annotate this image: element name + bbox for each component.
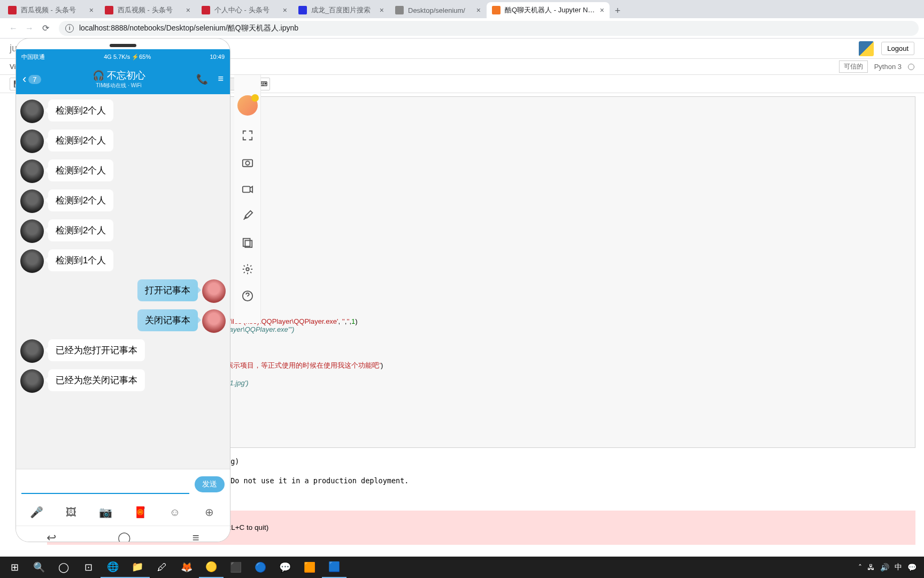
- avatar[interactable]: [20, 339, 44, 363]
- image-icon[interactable]: 🖼: [64, 505, 79, 520]
- cortana-button[interactable]: ◯: [51, 557, 76, 578]
- fullscreen-icon[interactable]: [241, 128, 255, 142]
- browser-tab[interactable]: 个人中心 - 头条号 ×: [196, 2, 292, 18]
- browser-tab[interactable]: 成龙_百度图片搜索 ×: [293, 2, 389, 18]
- avatar[interactable]: [20, 369, 44, 393]
- favicon-icon: [202, 6, 210, 14]
- message-input[interactable]: [21, 475, 189, 494]
- avatar[interactable]: [20, 159, 44, 183]
- address-input[interactable]: i localhost:8888/notebooks/Desktop/selen…: [59, 21, 919, 36]
- taskview-button[interactable]: ⊡: [76, 557, 101, 578]
- tray-network-icon[interactable]: 🖧: [867, 563, 875, 572]
- close-icon[interactable]: ×: [600, 6, 604, 14]
- camera-icon[interactable]: 📷: [98, 505, 113, 520]
- record-icon[interactable]: [241, 182, 255, 196]
- android-back-icon[interactable]: ↩: [47, 531, 56, 542]
- browser-tab[interactable]: Desktop/selenium/ ×: [390, 2, 486, 18]
- phone-statusbar: 中国联通 4G 5.7K/s ⚡65% 10:49: [16, 49, 230, 64]
- taskbar-app[interactable]: ⬛: [224, 557, 248, 578]
- avatar[interactable]: [202, 309, 226, 333]
- close-icon[interactable]: ×: [186, 6, 190, 14]
- brush-icon[interactable]: [241, 209, 255, 223]
- chat-body[interactable]: 检测到2个人检测到2个人检测到2个人检测到2个人检测到2个人检测到1个人打开记事…: [16, 94, 230, 469]
- message-bubble[interactable]: 关闭记事本: [137, 309, 198, 331]
- start-button[interactable]: ⊞: [2, 557, 27, 578]
- carrier-label: 中国联通: [21, 53, 45, 61]
- tray-notifications-icon[interactable]: 💬: [907, 563, 917, 572]
- message-row: 检测到2个人: [20, 189, 226, 213]
- close-icon[interactable]: ×: [89, 6, 94, 14]
- message-bubble[interactable]: 检测到2个人: [48, 189, 113, 211]
- redpacket-icon[interactable]: 🧧: [133, 505, 148, 520]
- call-icon[interactable]: 📞: [196, 73, 208, 85]
- tray-chevron-icon[interactable]: ˄: [858, 563, 862, 572]
- message-bubble[interactable]: 已经为您打开记事本: [48, 339, 145, 361]
- svg-point-5: [246, 268, 249, 271]
- message-bubble[interactable]: 检测到2个人: [48, 219, 113, 241]
- kernel-name[interactable]: Python 3: [874, 63, 902, 71]
- logout-button[interactable]: Logout: [881, 42, 914, 55]
- new-tab-button[interactable]: +: [610, 3, 625, 18]
- chat-back-button[interactable]: ‹ 7: [22, 72, 41, 86]
- phone-mirror-window: 中国联通 4G 5.7K/s ⚡65% 10:49 ‹ 7 🎧 不忘初心 TIM…: [16, 39, 230, 542]
- camera-icon[interactable]: [241, 155, 255, 169]
- message-row: 检测到2个人: [20, 219, 226, 243]
- taskbar-app-firefox[interactable]: 🦊: [174, 557, 199, 578]
- chat-input-bar: 发送: [16, 469, 230, 499]
- avatar[interactable]: [20, 189, 44, 213]
- taskbar-app[interactable]: 💬: [273, 557, 297, 578]
- tray-ime-icon[interactable]: 中: [895, 562, 902, 572]
- browser-tab-active[interactable]: 酷Q聊天机器人 - Jupyter Notebook ×: [487, 2, 610, 18]
- help-icon[interactable]: [241, 289, 255, 303]
- scrcpy-side-rail: [234, 75, 261, 323]
- tab-title: 西瓜视频 - 头条号: [118, 5, 182, 15]
- avatar[interactable]: [20, 219, 44, 243]
- plus-icon[interactable]: ⊕: [202, 505, 217, 520]
- menu-icon[interactable]: ≡: [218, 73, 224, 85]
- chevron-left-icon: ‹: [22, 72, 26, 86]
- android-home-icon[interactable]: ◯: [118, 531, 131, 542]
- message-bubble[interactable]: 检测到2个人: [48, 100, 113, 121]
- forward-button[interactable]: →: [21, 20, 37, 36]
- python-logo-icon: [859, 41, 874, 56]
- site-info-icon[interactable]: i: [65, 24, 74, 33]
- taskbar-app-edge[interactable]: 🌐: [101, 557, 125, 578]
- browser-tab[interactable]: 西瓜视频 - 头条号 ×: [3, 2, 99, 18]
- trusted-indicator[interactable]: 可信的: [839, 60, 868, 73]
- files-icon[interactable]: [241, 235, 255, 249]
- reload-button[interactable]: ⟳: [37, 20, 53, 36]
- rail-avatar[interactable]: [237, 95, 258, 116]
- system-tray[interactable]: ˄ 🖧 🔊 中 💬: [858, 562, 922, 572]
- taskbar-app[interactable]: 🟦: [322, 557, 346, 578]
- android-recents-icon[interactable]: ≡: [192, 531, 199, 542]
- taskbar-app-explorer[interactable]: 📁: [125, 557, 150, 578]
- browser-tab-strip: 西瓜视频 - 头条号 × 西瓜视频 - 头条号 × 个人中心 - 头条号 × 成…: [0, 0, 924, 18]
- close-icon[interactable]: ×: [380, 6, 384, 14]
- close-icon[interactable]: ×: [476, 6, 481, 14]
- taskbar-app-chrome[interactable]: 🟡: [199, 557, 224, 578]
- close-icon[interactable]: ×: [283, 6, 287, 14]
- send-button[interactable]: 发送: [195, 476, 225, 492]
- taskbar-app[interactable]: 🖊: [150, 557, 174, 578]
- message-bubble[interactable]: 已经为您关闭记事本: [48, 369, 145, 391]
- taskbar-app[interactable]: 🔵: [248, 557, 273, 578]
- message-bubble[interactable]: 检测到2个人: [48, 159, 113, 181]
- search-button[interactable]: 🔍: [27, 557, 51, 578]
- avatar[interactable]: [20, 100, 44, 123]
- settings-icon[interactable]: [241, 262, 255, 276]
- emoji-icon[interactable]: ☺: [167, 505, 182, 520]
- tray-volume-icon[interactable]: 🔊: [880, 563, 889, 572]
- avatar[interactable]: [20, 130, 44, 153]
- browser-tab[interactable]: 西瓜视频 - 头条号 ×: [99, 2, 196, 18]
- tab-title: 个人中心 - 头条号: [214, 5, 279, 15]
- avatar[interactable]: [202, 279, 226, 303]
- phone-navbar: ↩ ◯ ≡: [16, 526, 230, 542]
- taskbar-app[interactable]: 🟧: [297, 557, 322, 578]
- back-button[interactable]: ←: [5, 20, 21, 36]
- message-bubble[interactable]: 打开记事本: [137, 279, 198, 301]
- message-bubble[interactable]: 检测到1个人: [48, 249, 113, 271]
- voice-icon[interactable]: 🎤: [29, 505, 44, 520]
- svg-rect-3: [243, 239, 250, 247]
- avatar[interactable]: [20, 249, 44, 273]
- message-bubble[interactable]: 检测到2个人: [48, 130, 113, 151]
